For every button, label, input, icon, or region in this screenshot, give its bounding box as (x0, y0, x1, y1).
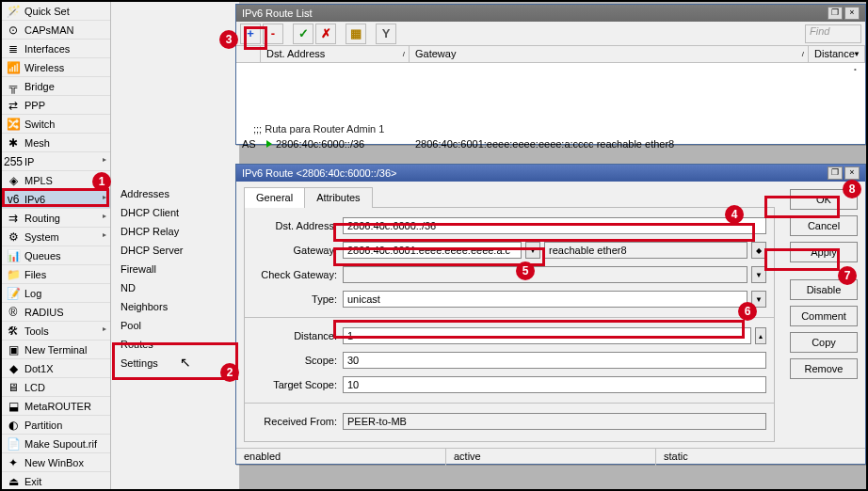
submenu-arrow-icon: ▸ (103, 212, 106, 220)
sidebar-item-label: LCD (24, 382, 45, 393)
close-icon[interactable]: × (844, 7, 860, 20)
log-icon: 📝 (6, 286, 21, 301)
col-dst[interactable]: Dst. Address/ (261, 46, 410, 62)
sidebar-item-new-winbox[interactable]: ✦New WinBox (2, 453, 110, 472)
apply-button[interactable]: Apply (790, 242, 858, 262)
sidebar-item-ppp[interactable]: ⇄PPP (2, 96, 110, 115)
scrollbar[interactable]: • (854, 65, 863, 73)
sidebar-item-new-terminal[interactable]: ▣New Terminal (2, 341, 110, 359)
sidebar-item-switch[interactable]: 🔀Switch (2, 115, 110, 134)
distance-spin[interactable]: ▲ (755, 327, 766, 344)
submenu-item-settings[interactable]: Settings (111, 354, 239, 372)
sidebar-item-routing[interactable]: ⇉Routing▸ (2, 209, 110, 228)
sidebar-item-ipv6[interactable]: v6IPv6▸ (2, 190, 110, 209)
type-input[interactable] (343, 291, 747, 308)
sidebar-item-ip[interactable]: 255IP▸ (2, 152, 110, 171)
label-chk: Check Gateway: (252, 269, 343, 280)
sidebar-item-label: RADIUS (24, 307, 64, 318)
enable-button[interactable]: ✓ (293, 24, 313, 44)
check-gw-toggle[interactable]: ▼ (751, 266, 766, 283)
sidebar-item-lcd[interactable]: 🖥LCD (2, 378, 110, 397)
sidebar-item-bridge[interactable]: ╦Bridge (2, 77, 110, 96)
comment-button[interactable]: ▦ (346, 24, 366, 44)
submenu-item-nd[interactable]: ND (111, 278, 239, 297)
sidebar-item-capsman[interactable]: ⊙CAPsMAN (2, 21, 110, 40)
remove-button[interactable]: - (263, 24, 283, 44)
ip-icon: 255 (6, 154, 21, 169)
active-icon (266, 140, 272, 148)
sidebar-item-make-supout-rif[interactable]: 📄Make Supout.rif (2, 435, 110, 453)
gateway-dropdown[interactable]: ▼ (525, 242, 540, 259)
target-scope-input[interactable] (343, 376, 766, 393)
route-list-window: IPv6 Route List ❐ × + - ✓ ✗ ▦ Y Find (235, 4, 866, 145)
sidebar-item-mesh[interactable]: ✱Mesh (2, 134, 110, 152)
sidebar-item-system[interactable]: ⚙System▸ (2, 228, 110, 246)
sidebar-item-label: Files (24, 269, 46, 280)
submenu-item-dhcp-server[interactable]: DHCP Server (111, 241, 239, 260)
submenu-item-dhcp-relay[interactable]: DHCP Relay (111, 222, 239, 241)
col-dist[interactable]: Distance▼ (809, 46, 865, 62)
disable-button[interactable]: Disable (790, 279, 858, 300)
submenu-item-addresses[interactable]: Addresses (111, 184, 239, 203)
sidebar-item-tools[interactable]: 🛠Tools▸ (2, 322, 110, 341)
close-icon[interactable]: × (844, 166, 860, 180)
main-sidebar: 🪄Quick Set⊙CAPsMAN≣Interfaces📶Wireless╦B… (2, 2, 111, 489)
sidebar-item-metarouter[interactable]: ⬓MetaROUTER (2, 397, 110, 416)
restore-icon[interactable]: ❐ (828, 166, 843, 180)
sidebar-item-label: Tools (24, 325, 49, 337)
tab-attributes[interactable]: Attributes (304, 187, 372, 208)
sidebar-item-dot1x[interactable]: ◆Dot1X (2, 359, 110, 378)
gateway-status (544, 242, 747, 259)
sidebar-item-label: System (24, 231, 59, 243)
gateway-add[interactable]: ◆ (751, 242, 766, 259)
label-tscope: Target Scope: (252, 379, 343, 390)
sidebar-item-queues[interactable]: 📊Queues (2, 246, 110, 265)
find-input[interactable]: Find (805, 24, 861, 43)
metarouter-icon: ⬓ (6, 399, 21, 414)
ok-button[interactable]: OK (790, 189, 858, 210)
grid-body: • ;;; Ruta para Router Admin 1 AS 2806:4… (236, 63, 865, 144)
sidebar-item-wireless[interactable]: 📶Wireless (2, 58, 110, 77)
submenu-item-neighbors[interactable]: Neighbors (111, 297, 239, 316)
col-gw[interactable]: Gateway/ (410, 46, 809, 62)
submenu-item-routes[interactable]: Routes (111, 335, 239, 354)
route-list-titlebar[interactable]: IPv6 Route List ❐ × (236, 5, 865, 22)
label-gw: Gateway: (252, 245, 343, 256)
sidebar-item-mpls[interactable]: ◈MPLS▸ (2, 171, 110, 190)
table-row[interactable]: AS 2806:40c:6000::/36 2806:40c:6001:eeee… (236, 136, 865, 151)
copy-button[interactable]: Copy (790, 332, 858, 353)
submenu-item-pool[interactable]: Pool (111, 316, 239, 335)
check-gateway-input[interactable] (343, 266, 747, 283)
row-comment: ;;; Ruta para Router Admin 1 (236, 121, 865, 136)
scope-input[interactable] (343, 352, 766, 369)
interfaces-icon: ≣ (6, 41, 21, 56)
sidebar-item-radius[interactable]: ®RADIUS (2, 303, 110, 322)
dst-address-input[interactable] (343, 217, 766, 234)
submenu-item-dhcp-client[interactable]: DHCP Client (111, 203, 239, 222)
filter-button[interactable]: Y (376, 24, 396, 44)
distance-input[interactable] (343, 327, 751, 344)
submenu-item-firewall[interactable]: Firewall (111, 260, 239, 278)
sidebar-item-partition[interactable]: ◐Partition (2, 416, 110, 435)
tab-general[interactable]: General (244, 187, 305, 208)
add-button[interactable]: + (240, 24, 261, 44)
cancel-button[interactable]: Cancel (790, 215, 858, 236)
route-buttons: OK Cancel Apply Disable Comment Copy Rem… (782, 182, 865, 448)
restore-icon[interactable]: ❐ (828, 7, 843, 20)
mesh-icon: ✱ (6, 135, 21, 150)
sidebar-item-label: MPLS (24, 175, 53, 186)
sidebar-item-exit[interactable]: ⏏Exit (2, 472, 110, 489)
disable-button[interactable]: ✗ (315, 24, 336, 44)
label-scope: Scope: (252, 355, 343, 366)
gateway-input[interactable] (343, 242, 522, 259)
remove-button[interactable]: Remove (790, 358, 858, 379)
sidebar-item-quick-set[interactable]: 🪄Quick Set (2, 2, 110, 21)
type-dropdown[interactable]: ▼ (751, 291, 766, 308)
sidebar-item-label: Exit (24, 476, 41, 487)
routing-icon: ⇉ (6, 211, 21, 226)
sidebar-item-interfaces[interactable]: ≣Interfaces (2, 40, 110, 58)
sidebar-item-files[interactable]: 📁Files (2, 265, 110, 284)
comment-button[interactable]: Comment (790, 306, 858, 326)
sidebar-item-log[interactable]: 📝Log (2, 284, 110, 303)
route-titlebar[interactable]: IPv6 Route <2806:40c:6000::/36> ❐ × (236, 165, 865, 182)
